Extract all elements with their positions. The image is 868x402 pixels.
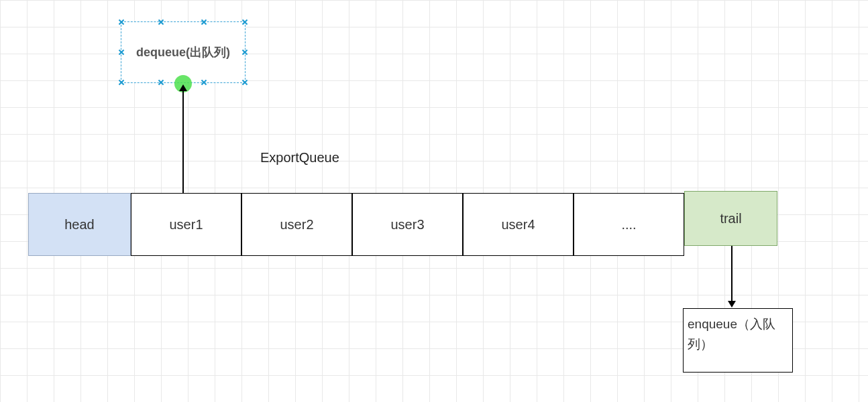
- queue-cell[interactable]: user1: [131, 193, 241, 256]
- trail-label: trail: [720, 211, 741, 226]
- selection-handle[interactable]: [241, 19, 248, 25]
- cell-label: user4: [501, 217, 535, 232]
- queue-row: head user1 user2 user3 user4 .... trail: [28, 193, 777, 256]
- selection-handle[interactable]: [118, 79, 125, 86]
- selection-handle[interactable]: [241, 79, 248, 86]
- enqueue-label: enqueue（入队列）: [688, 317, 775, 351]
- selection-handle[interactable]: [158, 19, 164, 25]
- head-label: head: [64, 217, 95, 232]
- selection-handle[interactable]: [201, 79, 207, 86]
- trail-cell[interactable]: trail: [684, 191, 777, 246]
- cell-label: ....: [621, 217, 636, 232]
- queue-cell[interactable]: user3: [352, 193, 463, 256]
- selection-handle[interactable]: [158, 79, 164, 86]
- queue-title: ExportQueue: [260, 150, 339, 165]
- selection-handle[interactable]: [118, 19, 125, 25]
- dequeue-label: dequeue(出队列): [136, 44, 230, 60]
- head-cell[interactable]: head: [28, 193, 131, 256]
- selection-handle[interactable]: [118, 49, 125, 56]
- queue-cell[interactable]: user2: [241, 193, 352, 256]
- enqueue-box[interactable]: enqueue（入队列）: [683, 308, 793, 373]
- selection-handle[interactable]: [241, 49, 248, 56]
- cell-label: user1: [169, 217, 203, 232]
- cell-label: user3: [390, 217, 424, 232]
- queue-cell[interactable]: ....: [574, 193, 684, 256]
- selection-handle[interactable]: [201, 19, 207, 25]
- arrow-enqueue: [731, 246, 733, 306]
- dequeue-box[interactable]: dequeue(出队列): [121, 21, 246, 83]
- arrow-dequeue: [182, 86, 184, 193]
- queue-cell[interactable]: user4: [463, 193, 574, 256]
- cell-label: user2: [280, 217, 313, 232]
